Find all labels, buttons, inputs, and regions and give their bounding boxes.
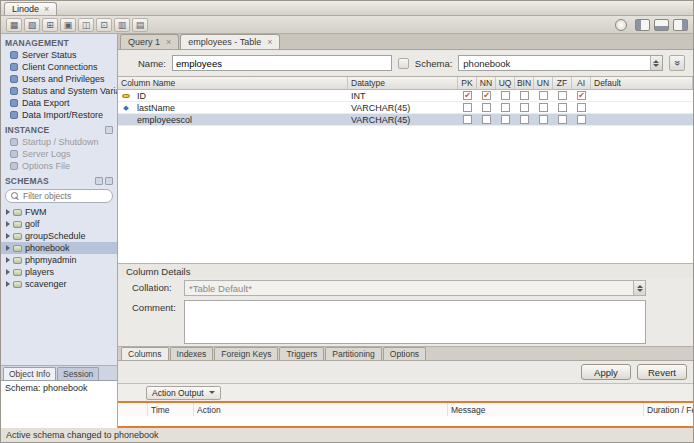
expand-arrow-icon[interactable] xyxy=(6,281,10,287)
datatype-cell[interactable]: INT xyxy=(348,91,458,101)
expand-arrow-icon[interactable] xyxy=(6,245,10,251)
expand-arrow-icon[interactable] xyxy=(6,221,10,227)
datatype-cell[interactable]: VARCHAR(45) xyxy=(348,103,458,113)
schema-filter-input[interactable] xyxy=(23,191,105,201)
expand-header-button[interactable]: » xyxy=(669,55,685,71)
tab-object-info[interactable]: Object Info xyxy=(3,367,56,380)
sidebar-item-data-export[interactable]: Data Export xyxy=(1,97,117,109)
sidebar-item-data-import[interactable]: Data Import/Restore xyxy=(1,109,117,121)
nn-checkbox[interactable] xyxy=(482,91,491,100)
collapse-schemas-icon[interactable] xyxy=(95,177,103,185)
pk-checkbox[interactable] xyxy=(463,115,472,124)
uq-checkbox[interactable] xyxy=(501,115,510,124)
sidebar-item-server-status[interactable]: Server Status xyxy=(1,49,117,61)
connection-tab-close-icon[interactable]: × xyxy=(44,5,49,14)
output-header-message[interactable]: Message xyxy=(448,403,644,416)
tab-close-icon[interactable]: × xyxy=(166,37,171,47)
sidebar-item-users-privileges[interactable]: Users and Privileges xyxy=(1,73,117,85)
tab-options[interactable]: Options xyxy=(383,347,426,360)
schema-select[interactable]: phonebook xyxy=(458,55,662,71)
table-row-selected[interactable]: employeescol VARCHAR(45) xyxy=(118,114,693,126)
schema-item-scavenger[interactable]: scavenger xyxy=(1,278,117,290)
revert-button[interactable]: Revert xyxy=(637,364,687,380)
output-header-time[interactable]: Time xyxy=(148,403,194,416)
bin-checkbox[interactable] xyxy=(520,91,529,100)
combo-stepper-icon[interactable] xyxy=(633,281,645,295)
table-row[interactable]: ID INT xyxy=(118,90,693,102)
header-nn[interactable]: NN xyxy=(477,77,496,89)
toggle-right-panel-icon[interactable] xyxy=(673,19,688,31)
toggle-bottom-panel-icon[interactable] xyxy=(654,19,669,31)
new-query-tab-icon[interactable]: ▦ xyxy=(6,18,22,32)
table-name-input[interactable] xyxy=(172,55,392,71)
tab-employees-table[interactable]: employees - Table × xyxy=(180,34,280,49)
header-un[interactable]: UN xyxy=(534,77,553,89)
header-uq[interactable]: UQ xyxy=(496,77,515,89)
toggle-left-panel-icon[interactable] xyxy=(635,19,650,31)
bin-checkbox[interactable] xyxy=(520,115,529,124)
expand-arrow-icon[interactable] xyxy=(6,233,10,239)
nn-checkbox[interactable] xyxy=(482,103,491,112)
zf-checkbox[interactable] xyxy=(558,103,567,112)
open-sql-script-icon[interactable]: ▧ xyxy=(24,18,40,32)
tab-foreign-keys[interactable]: Foreign Keys xyxy=(214,347,278,360)
schema-item-phpmyadmin[interactable]: phpmyadmin xyxy=(1,254,117,266)
sidebar-item-client-connections[interactable]: Client Connections xyxy=(1,61,117,73)
un-checkbox[interactable] xyxy=(539,91,548,100)
search-table-data-icon[interactable]: ▥ xyxy=(114,18,130,32)
output-type-select[interactable]: Action Output xyxy=(146,386,221,400)
header-default[interactable]: Default xyxy=(591,77,693,89)
tab-partitioning[interactable]: Partitioning xyxy=(325,347,382,360)
un-checkbox[interactable] xyxy=(539,103,548,112)
column-name-cell[interactable]: ID xyxy=(134,91,348,101)
edit-comment-icon[interactable] xyxy=(398,58,409,69)
schema-item-players[interactable]: players xyxy=(1,266,117,278)
sidebar-item-status-variables[interactable]: Status and System Variable xyxy=(1,85,117,97)
reconnect-database-icon[interactable]: ▤ xyxy=(132,18,148,32)
header-ai[interactable]: AI xyxy=(572,77,591,89)
collation-select[interactable]: *Table Default* xyxy=(184,280,646,296)
expand-arrow-icon[interactable] xyxy=(6,257,10,263)
preferences-icon[interactable] xyxy=(615,19,627,31)
tab-session[interactable]: Session xyxy=(57,367,99,380)
column-name-cell[interactable]: employeescol xyxy=(134,115,348,125)
schema-item-fwm[interactable]: FWM xyxy=(1,206,117,218)
tab-close-icon[interactable]: × xyxy=(267,37,272,47)
uq-checkbox[interactable] xyxy=(501,103,510,112)
expand-arrow-icon[interactable] xyxy=(6,209,10,215)
zf-checkbox[interactable] xyxy=(558,91,567,100)
create-procedure-icon[interactable]: ⊡ xyxy=(96,18,112,32)
tab-query-1[interactable]: Query 1 × xyxy=(120,34,179,49)
connection-tab[interactable]: Linode × xyxy=(4,2,57,15)
pk-checkbox[interactable] xyxy=(463,91,472,100)
header-pk[interactable]: PK xyxy=(458,77,477,89)
create-view-icon[interactable]: ◫ xyxy=(78,18,94,32)
uq-checkbox[interactable] xyxy=(501,91,510,100)
schema-item-groupschedule[interactable]: groupSchedule xyxy=(1,230,117,242)
schema-item-golf[interactable]: golf xyxy=(1,218,117,230)
un-checkbox[interactable] xyxy=(539,115,548,124)
create-table-icon[interactable]: ▣ xyxy=(60,18,76,32)
ai-checkbox[interactable] xyxy=(577,91,586,100)
tab-triggers[interactable]: Triggers xyxy=(279,347,324,360)
comment-textarea[interactable] xyxy=(184,300,646,344)
instance-edit-icon[interactable] xyxy=(105,126,113,134)
tab-indexes[interactable]: Indexes xyxy=(170,347,214,360)
tab-columns[interactable]: Columns xyxy=(121,347,169,360)
combo-stepper-icon[interactable] xyxy=(650,56,662,70)
output-header-duration[interactable]: Duration / Fetch xyxy=(644,403,693,416)
header-column-name[interactable]: Column Name xyxy=(118,77,348,89)
ai-checkbox[interactable] xyxy=(577,115,586,124)
sidebar-item-options-file[interactable]: Options File xyxy=(1,160,117,172)
expand-arrow-icon[interactable] xyxy=(6,269,10,275)
nn-checkbox[interactable] xyxy=(482,115,491,124)
datatype-cell[interactable]: VARCHAR(45) xyxy=(348,115,458,125)
output-header-action[interactable]: Action xyxy=(194,403,448,416)
sidebar-item-startup-shutdown[interactable]: Startup / Shutdown xyxy=(1,136,117,148)
column-name-cell[interactable]: lastName xyxy=(134,103,348,113)
header-zf[interactable]: ZF xyxy=(553,77,572,89)
apply-button[interactable]: Apply xyxy=(581,364,631,380)
bin-checkbox[interactable] xyxy=(520,103,529,112)
ai-checkbox[interactable] xyxy=(577,103,586,112)
sidebar-item-server-logs[interactable]: Server Logs xyxy=(1,148,117,160)
